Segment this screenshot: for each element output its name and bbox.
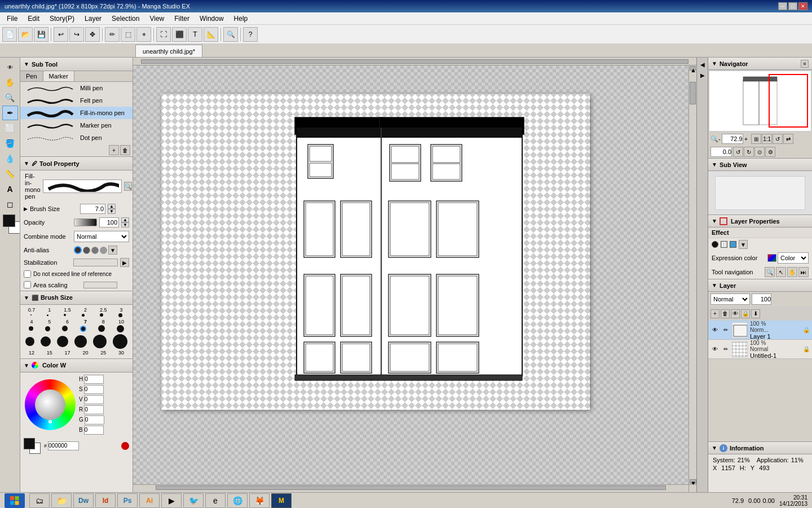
tool-zoom[interactable]: 🔍 (2, 90, 18, 105)
menu-window[interactable]: Window (195, 14, 228, 24)
brush-preview-expand-btn[interactable]: 🔍 (124, 182, 132, 191)
bs-dot-17[interactable] (57, 336, 68, 347)
menu-edit[interactable]: Edit (23, 14, 44, 24)
subtool-add-btn[interactable]: + (109, 145, 119, 155)
layer-1-edit-btn[interactable]: ✏ (722, 326, 730, 334)
nav-flip-btn[interactable]: ⇄ (783, 134, 793, 144)
rstrip-nav-btn[interactable]: ◀ (698, 60, 707, 69)
layer-merge-btn[interactable]: ⬇ (751, 309, 760, 318)
taskbar-media[interactable]: ▶ (161, 493, 182, 508)
layer-blend-select[interactable]: Normal Multiply Screen Overlay (710, 294, 750, 305)
taskbar-folder[interactable]: 📁 (51, 493, 72, 508)
expression-color-swatch[interactable] (767, 254, 776, 262)
menu-selection[interactable]: Selection (107, 14, 144, 24)
taskbar-firefox[interactable]: 🦊 (249, 493, 270, 508)
tool-nav-zoom-btn[interactable]: 🔍 (765, 267, 775, 277)
taskbar-ie[interactable]: e (205, 493, 226, 508)
taskbar-ai[interactable]: Ai (139, 493, 160, 508)
color-hex-input[interactable] (48, 441, 79, 450)
bs-dot-2[interactable] (82, 314, 85, 317)
nav-reset-btn[interactable]: ⊙ (754, 147, 765, 157)
bs-dot-4[interactable] (29, 326, 33, 331)
layer-opacity-input[interactable] (752, 294, 771, 305)
nav-menu-btn[interactable]: ≡ (801, 60, 809, 68)
lasso-btn[interactable]: ⌖ (136, 27, 151, 42)
rstrip-expand-btn[interactable]: ▶ (698, 71, 707, 80)
brush-size-up[interactable]: ▲ (108, 204, 116, 209)
bs-dot-6[interactable] (62, 326, 68, 331)
layer-lock-btn[interactable]: 🔒 (741, 309, 750, 318)
aa-dot-1[interactable] (74, 246, 82, 254)
tool-nav-end-btn[interactable]: ⏭ (798, 267, 809, 277)
taskbar-id[interactable]: Id (95, 493, 116, 508)
tool-fill[interactable]: 🪣 (2, 136, 18, 151)
opacity-up[interactable]: ▲ (121, 217, 129, 222)
taskbar-twitter[interactable]: 🐦 (183, 493, 204, 508)
bs-dot-2.5[interactable] (100, 313, 103, 317)
pen-tool-btn[interactable]: ✏ (105, 27, 120, 42)
bs-dot-3[interactable] (118, 313, 122, 317)
taskbar-explorer[interactable]: 🗂 (29, 493, 50, 508)
tool-select[interactable]: ◻ (2, 197, 18, 212)
color-g-input[interactable] (85, 415, 104, 424)
menu-story[interactable]: Story(P) (45, 14, 79, 24)
aa-dot-2[interactable] (83, 247, 90, 254)
bs-dot-1.5[interactable] (64, 314, 66, 316)
color-v-input[interactable] (84, 395, 104, 404)
select-btn[interactable]: ⬚ (121, 27, 135, 42)
close-button[interactable]: ✕ (798, 2, 807, 10)
taskbar-chrome[interactable]: 🌐 (227, 493, 248, 508)
help-btn[interactable]: ? (243, 27, 258, 42)
tab-main[interactable]: unearthly child.jpg* (135, 45, 202, 57)
vscroll-down-btn[interactable]: ▼ (690, 479, 696, 484)
bs-dot-5[interactable] (45, 326, 50, 331)
aa-dropdown[interactable]: ▼ (108, 246, 117, 255)
fg-color-box[interactable] (24, 438, 35, 449)
navigator-preview[interactable] (708, 70, 812, 132)
ruler-btn[interactable]: 📐 (204, 27, 218, 42)
menu-filter[interactable]: Filter (170, 14, 194, 24)
bs-dot-7[interactable] (80, 326, 86, 332)
opacity-down[interactable]: ▼ (121, 222, 129, 227)
color-r-input[interactable] (84, 405, 104, 414)
bs-dot-8[interactable] (98, 325, 105, 332)
color-h-input[interactable] (84, 375, 104, 384)
nav-rotation-input[interactable] (710, 147, 732, 157)
transform-button[interactable]: ✥ (85, 27, 100, 42)
vscroll-thumb[interactable] (690, 82, 696, 104)
tab-pen[interactable]: Pen (20, 71, 43, 81)
minimize-button[interactable]: ─ (778, 2, 787, 10)
layer-2-lock-icon[interactable]: 🔒 (803, 346, 810, 352)
bs-dot-12[interactable] (25, 337, 34, 346)
hscroll-thumb-top[interactable] (141, 59, 689, 64)
aa-dot-4[interactable] (100, 247, 107, 254)
areascale-slider[interactable] (83, 282, 117, 288)
menu-file[interactable]: File (2, 14, 22, 24)
nav-zoom-in-btn[interactable]: + (744, 135, 748, 142)
effect-dropdown[interactable]: ▼ (739, 240, 748, 249)
tool-felt-pen[interactable]: Felt pen (20, 94, 133, 107)
bs-dot-15[interactable] (41, 336, 51, 347)
start-button[interactable] (5, 493, 25, 508)
taskbar-dw[interactable]: Dw (73, 493, 94, 508)
tool-nav-cursor-btn[interactable]: ↖ (776, 267, 786, 277)
tool-marker-pen[interactable]: Marker pen (20, 119, 133, 132)
tool-dot-pen[interactable]: Dot pen (20, 132, 133, 144)
hscrollbar[interactable] (133, 484, 689, 492)
brush-size-down[interactable]: ▼ (108, 209, 116, 214)
layer-2-vis-btn[interactable]: 👁 (710, 345, 720, 354)
vscrollbar[interactable]: ▲ ▼ (689, 65, 696, 484)
menu-help[interactable]: Help (230, 14, 253, 24)
opacity-slider[interactable] (74, 218, 97, 226)
tool-pen[interactable]: ✒ (2, 106, 18, 120)
fg-color-swatch[interactable] (3, 214, 15, 227)
tool-nav-hand-btn[interactable]: ✋ (787, 267, 797, 277)
fill-btn[interactable]: ⬛ (172, 27, 187, 42)
new-button[interactable]: 📄 (2, 27, 17, 42)
tool-fill-mono-pen[interactable]: Fill-in-mono pen (20, 107, 133, 119)
subview-image[interactable] (715, 176, 805, 210)
color-picker-btn[interactable] (121, 442, 129, 450)
tool-eraser[interactable]: ⬜ (2, 121, 18, 135)
effect-color-btn[interactable] (730, 241, 736, 248)
stab-settings[interactable]: ▶ (120, 258, 129, 267)
